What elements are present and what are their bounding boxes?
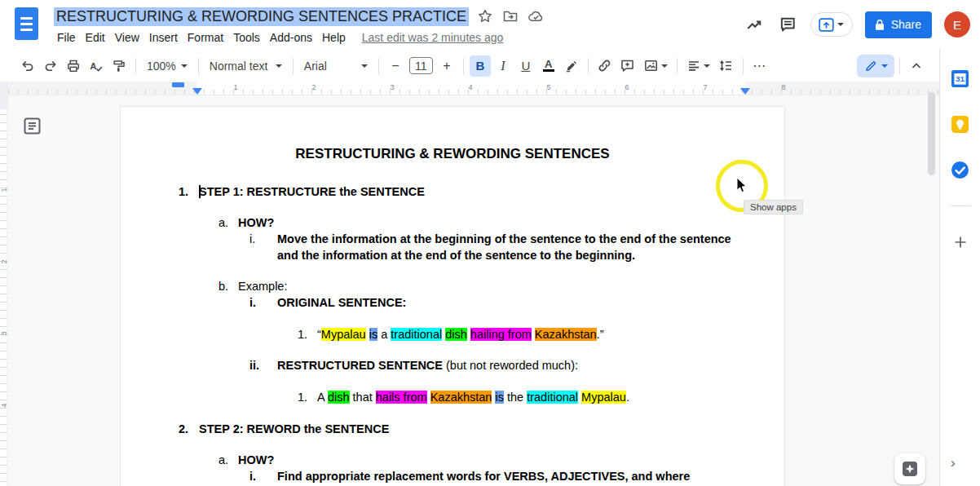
undo-icon[interactable] — [17, 55, 38, 77]
redo-icon[interactable] — [40, 55, 61, 77]
doc-paragraph[interactable]: b.Example: — [121, 278, 770, 294]
doc-text: the — [504, 391, 527, 404]
google-docs-logo-icon[interactable] — [15, 7, 38, 40]
decrease-font-size-button[interactable]: − — [385, 55, 406, 77]
list-marker: i. — [249, 468, 256, 484]
more-options-button[interactable]: ⋯ — [749, 55, 770, 77]
doc-paragraph[interactable]: 1.A dish that hails from Kazakhstan is t… — [121, 389, 770, 405]
paint-format-icon[interactable] — [108, 55, 130, 77]
insert-image-button[interactable] — [640, 55, 671, 77]
chevron-down-icon — [361, 64, 368, 68]
print-icon[interactable] — [63, 55, 84, 77]
highlighted-text-blue: is — [369, 328, 377, 341]
list-marker: 1. — [179, 183, 188, 200]
present-button[interactable] — [810, 12, 853, 37]
highlighted-text-yellow: Mypalau — [321, 328, 366, 341]
explore-button[interactable] — [894, 453, 925, 484]
font-select[interactable]: Arial — [298, 55, 373, 77]
horizontal-ruler[interactable]: 12345678 — [8, 82, 939, 95]
doc-text: Example: — [238, 280, 287, 293]
explore-icon — [901, 460, 919, 478]
move-folder-icon[interactable] — [501, 7, 519, 25]
highlighted-text-cyan: traditional — [391, 328, 442, 341]
doc-text: (but not reworded much): — [443, 359, 578, 372]
first-line-indent-marker[interactable] — [172, 82, 184, 87]
text-color-button[interactable]: A — [538, 55, 559, 77]
chevron-down-icon — [881, 64, 888, 68]
star-icon[interactable] — [476, 7, 494, 25]
menu-tools[interactable]: Tools — [228, 30, 265, 45]
doc-paragraph[interactable]: 2.STEP 2: REWORD the SENTENCE — [121, 421, 770, 437]
vertical-ruler[interactable]: 1234 — [0, 82, 8, 486]
doc-text: a — [377, 328, 391, 341]
left-indent-marker[interactable] — [192, 88, 202, 95]
add-icon[interactable] — [951, 232, 970, 252]
menu-help[interactable]: Help — [317, 30, 351, 45]
vruler-inch-label: 3 — [0, 329, 8, 338]
doc-paragraph[interactable]: i.Move the information at the beginning … — [121, 231, 770, 263]
editing-mode-button[interactable] — [857, 55, 894, 77]
list-marker: i. — [249, 231, 255, 247]
zoom-select[interactable]: 100% — [141, 55, 193, 77]
spell-check-icon[interactable]: A — [86, 55, 107, 77]
activity-icon[interactable] — [744, 14, 765, 35]
highlighted-text-magenta: hailing from — [470, 328, 532, 341]
highlight-color-icon[interactable] — [561, 55, 582, 77]
highlighted-text-cyan: traditional — [527, 391, 578, 404]
list-marker: a. — [219, 214, 228, 231]
doc-heading[interactable]: RESTRUCTURING & REWORDING SENTENCES — [121, 146, 784, 162]
doc-paragraph[interactable]: a.HOW? — [121, 452, 770, 468]
calendar-icon[interactable]: 31 — [951, 68, 970, 88]
doc-paragraph[interactable]: 1.“Mypalau is a traditional dish hailing… — [121, 326, 770, 342]
vertical-scrollbar-thumb[interactable] — [928, 92, 935, 175]
doc-paragraph[interactable]: a.HOW? — [121, 214, 770, 231]
right-indent-marker[interactable] — [740, 88, 750, 95]
menu-insert[interactable]: Insert — [144, 30, 183, 45]
document-title-input[interactable]: RESTRUCTURING & REWORDING SENTENCES PRAC… — [54, 7, 469, 26]
doc-paragraph[interactable]: i.ORIGINAL SENTENCE: — [121, 294, 770, 311]
chevron-down-icon — [661, 64, 668, 68]
header-actions: Share E — [744, 0, 970, 49]
tasks-icon[interactable] — [951, 160, 970, 179]
highlighted-text-magenta: hails from — [376, 391, 427, 404]
doc-text: and the information at the end of the se… — [277, 249, 635, 262]
cloud-saved-icon[interactable] — [527, 7, 545, 25]
comments-icon[interactable] — [777, 14, 798, 35]
keep-icon[interactable] — [951, 114, 970, 134]
font-size-input[interactable]: 11 — [409, 57, 433, 74]
share-button[interactable]: Share — [865, 11, 932, 38]
menu-addons[interactable]: Add-ons — [265, 30, 317, 45]
menu-file[interactable]: File — [52, 30, 81, 45]
editing-pencil-icon — [864, 60, 877, 73]
doc-text: . — [626, 391, 629, 404]
doc-paragraph[interactable]: 1.STEP 1: RESTRUCTURE the SENTENCE — [121, 183, 770, 200]
line-spacing-icon[interactable] — [716, 55, 737, 77]
toolbar: A 100% Normal text Arial − 11 + B I U A — [0, 50, 939, 82]
hide-menus-button[interactable] — [906, 55, 927, 77]
paragraph-style-select[interactable]: Normal text — [204, 55, 288, 77]
menu-format[interactable]: Format — [183, 30, 228, 45]
italic-button[interactable]: I — [492, 55, 514, 77]
menu-edit[interactable]: Edit — [81, 30, 110, 45]
list-marker: 1. — [298, 326, 307, 342]
hide-side-panel-button[interactable]: › — [951, 455, 956, 471]
last-edit-link[interactable]: Last edit was 2 minutes ago — [362, 31, 504, 44]
list-marker: i. — [249, 294, 256, 311]
link-icon[interactable] — [594, 55, 616, 77]
show-outline-icon[interactable] — [22, 116, 42, 136]
ruler-inch-label: 3 — [390, 83, 394, 91]
image-icon — [643, 58, 659, 73]
doc-paragraph[interactable]: ii.RESTRUCTURED SENTENCE (but not reword… — [121, 357, 770, 373]
bold-button[interactable]: B — [470, 55, 491, 77]
document-page[interactable]: RESTRUCTURING & REWORDING SENTENCES 1.ST… — [120, 106, 785, 486]
doc-paragraph[interactable]: i.Find appropriate replacement words for… — [121, 468, 770, 484]
add-comment-icon[interactable] — [617, 55, 638, 77]
chevron-up-icon — [910, 60, 923, 73]
increase-font-size-button[interactable]: + — [436, 55, 457, 77]
avatar[interactable]: E — [944, 11, 970, 38]
mouse-cursor — [736, 177, 749, 195]
align-button[interactable] — [683, 55, 714, 77]
list-marker: ii. — [249, 357, 259, 373]
underline-button[interactable]: U — [515, 55, 536, 77]
menu-view[interactable]: View — [110, 30, 144, 45]
